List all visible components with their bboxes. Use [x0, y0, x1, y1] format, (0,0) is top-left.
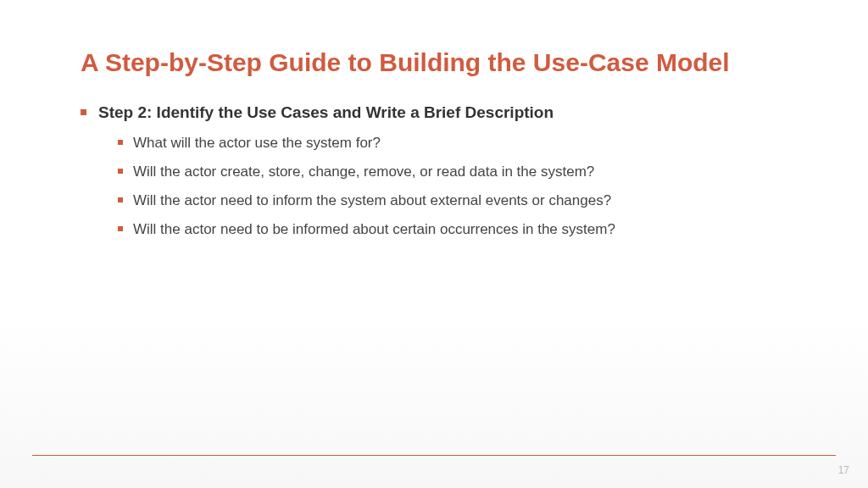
main-bullet-text: Step 2: Identify the Use Cases and Write… — [98, 103, 554, 124]
list-item: Will the actor need to be informed about… — [118, 219, 787, 240]
sub-bullet-text: Will the actor need to be informed about… — [133, 219, 615, 240]
list-item: What will the actor use the system for? — [118, 133, 787, 153]
footer-divider — [32, 455, 836, 456]
square-bullet-icon — [118, 140, 123, 145]
slide-title: A Step-by-Step Guide to Building the Use… — [81, 47, 787, 79]
slide-content: A Step-by-Step Guide to Building the Use… — [0, 0, 868, 239]
square-bullet-icon — [118, 197, 123, 202]
main-bullet: Step 2: Identify the Use Cases and Write… — [81, 103, 787, 124]
square-bullet-icon — [118, 169, 123, 174]
list-item: Will the actor create, store, change, re… — [118, 162, 787, 182]
sub-bullet-list: What will the actor use the system for? … — [118, 133, 787, 239]
sub-bullet-text: Will the actor need to inform the system… — [133, 191, 611, 211]
list-item: Will the actor need to inform the system… — [118, 191, 787, 211]
page-number: 17 — [838, 464, 849, 476]
square-bullet-icon — [81, 109, 86, 115]
sub-bullet-text: Will the actor create, store, change, re… — [133, 162, 594, 182]
square-bullet-icon — [118, 226, 123, 231]
sub-bullet-text: What will the actor use the system for? — [133, 133, 381, 153]
